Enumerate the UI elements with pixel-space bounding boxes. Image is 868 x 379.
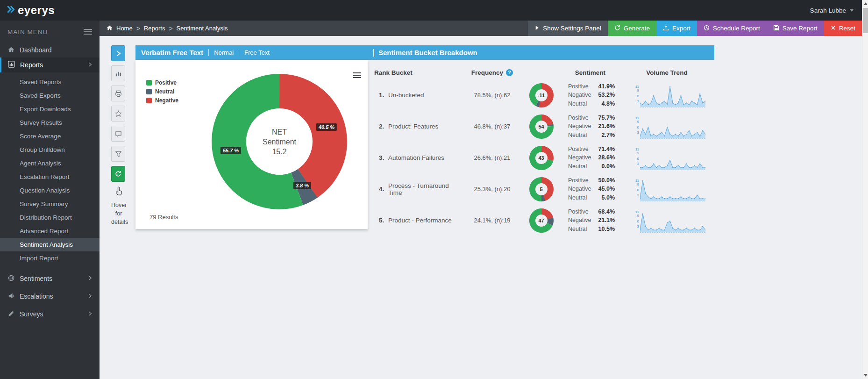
- sidebar-item-dashboard[interactable]: Dashboard: [0, 43, 100, 57]
- reset-button[interactable]: Reset: [824, 21, 862, 36]
- chevron-right-icon: [534, 25, 540, 32]
- donut-slice-label: 40.5 %: [316, 123, 337, 131]
- sidebar-item-sentiment-analysis[interactable]: Sentiment Analysis: [0, 238, 100, 251]
- print-button[interactable]: [111, 86, 125, 101]
- spark-axis-tick: 3: [637, 99, 639, 103]
- user-menu[interactable]: Sarah Lubbe: [810, 7, 854, 14]
- generate-button[interactable]: Generate: [608, 21, 656, 36]
- spark-axis-tick: 3: [637, 162, 639, 166]
- sentiment-negative-value: 21.6%: [598, 122, 615, 131]
- spark-axis-tick: 6: [637, 188, 639, 192]
- bucket-frequency: 26.6%, (n):21: [463, 154, 521, 161]
- breadcrumb: Home > Reports > Sentiment Analysis: [107, 25, 228, 32]
- help-icon[interactable]: ?: [506, 69, 513, 76]
- sentiment-positive-value: 41.9%: [598, 82, 615, 91]
- sidebar-item-survey-summary[interactable]: Survey Summary: [0, 197, 100, 211]
- sidebar-item-group-drilldown[interactable]: Group Drilldown: [0, 143, 100, 157]
- column-header-sentiment: Sentiment: [561, 69, 619, 76]
- export-button[interactable]: Export: [656, 21, 697, 36]
- sentiment-positive-value: 68.4%: [598, 207, 615, 216]
- sidebar-item-sentiments[interactable]: Sentiments: [0, 270, 100, 287]
- bucket-net-donut[interactable]: 54: [529, 114, 554, 139]
- legend-item-negative[interactable]: Negative: [146, 97, 178, 104]
- bucket-rank: 3.: [374, 154, 388, 161]
- bucket-net-donut[interactable]: 43: [529, 146, 554, 170]
- spark-axis-tick: 9: [637, 151, 639, 155]
- bucket-row: 5.Product - Performance24.1%, (n):1947Po…: [374, 205, 714, 236]
- header-divider: [208, 49, 209, 56]
- star-icon: [115, 110, 122, 117]
- legend-item-positive[interactable]: Positive: [146, 79, 178, 86]
- sentiment-positive-value: 50.0%: [598, 176, 615, 185]
- column-header-rank-bucket: Rank Bucket: [374, 69, 463, 76]
- refresh-icon: [115, 171, 121, 177]
- bucket-net-donut[interactable]: 5: [529, 177, 554, 201]
- schedule-report-button[interactable]: Schedule Report: [697, 21, 767, 36]
- sidebar-item-export-downloads[interactable]: Export Downloads: [0, 102, 100, 116]
- scroll-down-icon[interactable]: [864, 374, 868, 377]
- sidebar-item-saved-exports[interactable]: Saved Exports: [0, 89, 100, 102]
- spark-axis-tick: 9: [637, 182, 639, 186]
- bar-chart-icon: [115, 70, 122, 77]
- bucket-net-donut[interactable]: 47: [529, 208, 554, 233]
- sidebar-item-advanced-report[interactable]: Advanced Report: [0, 224, 100, 238]
- chart-menu-icon[interactable]: [353, 71, 361, 79]
- sidebar-item-label: Surveys: [20, 310, 43, 318]
- sidebar-item-reports[interactable]: Reports: [0, 57, 100, 72]
- sidebar-item-question-analysis[interactable]: Question Analysis: [0, 184, 100, 197]
- breadcrumb-home[interactable]: Home: [116, 25, 133, 32]
- volume-trend-sparkline: [640, 208, 705, 233]
- bucket-volume-trend[interactable]: 11963: [633, 146, 714, 170]
- sidebar-item-surveys[interactable]: Surveys: [0, 305, 100, 323]
- bucket-row: 2.Product: Features46.8%, (n):3754Positi…: [374, 111, 714, 142]
- bucket-frequency: 24.1%, (n):19: [463, 217, 521, 224]
- page-scrollbar[interactable]: [862, 0, 868, 379]
- sidebar-item-score-average[interactable]: Score Average: [0, 129, 100, 143]
- breadcrumb-reports[interactable]: Reports: [144, 25, 165, 32]
- bucket-volume-trend[interactable]: 11963: [633, 177, 714, 201]
- chevron-right-icon: [115, 50, 121, 57]
- bucket-net-donut[interactable]: -11: [529, 83, 554, 107]
- sidebar-item-survey-results[interactable]: Survey Results: [0, 116, 100, 129]
- sidebar-item-escalations[interactable]: Escalations: [0, 287, 100, 305]
- favorite-button[interactable]: [111, 106, 125, 122]
- button-label: Show Settings Panel: [543, 25, 601, 32]
- comment-icon: [115, 130, 122, 137]
- tab-free-text[interactable]: Free Text: [244, 49, 270, 56]
- sidebar-item-import-report[interactable]: Import Report: [0, 251, 100, 265]
- close-icon: [831, 25, 836, 32]
- scrollbar-thumb[interactable]: [863, 8, 868, 33]
- bucket-volume-trend[interactable]: 11963: [633, 208, 714, 233]
- button-label: Schedule Report: [713, 25, 760, 32]
- tab-normal[interactable]: Normal: [214, 49, 234, 56]
- filter-icon: [115, 150, 122, 157]
- pointer-hand-icon: [111, 186, 126, 198]
- spark-axis-tick: 6: [637, 219, 639, 223]
- bucket-rank: 4.: [374, 186, 388, 193]
- net-sentiment-donut[interactable]: NET Sentiment 15.2 40.5 %3.8 %55.7 %: [212, 74, 347, 209]
- comments-button[interactable]: [111, 126, 125, 142]
- sentiment-label: Positive: [568, 207, 589, 216]
- show-settings-panel-button[interactable]: Show Settings Panel: [528, 21, 608, 36]
- refresh-button[interactable]: [111, 166, 125, 182]
- bucket-volume-trend[interactable]: 11963: [633, 114, 714, 139]
- sidebar-item-saved-reports[interactable]: Saved Reports: [0, 75, 100, 89]
- expand-settings-button[interactable]: [111, 45, 125, 61]
- filter-button[interactable]: [111, 146, 125, 162]
- breakdown-panel-header: Sentiment Bucket Breakdown: [368, 45, 714, 60]
- bucket-sentiment: Positive50.0%Negative45.0%Neutral5.0%: [561, 176, 619, 202]
- bucket-rank: 1.: [374, 92, 388, 99]
- chart-view-button[interactable]: [111, 65, 125, 81]
- sidebar-item-escalation-report[interactable]: Escalation Report: [0, 170, 100, 184]
- bucket-volume-trend[interactable]: 11963: [633, 83, 714, 107]
- spark-axis-tick: 9: [637, 120, 639, 124]
- legend-item-neutral[interactable]: Neutral: [146, 88, 178, 95]
- save-report-button[interactable]: Save Report: [767, 21, 824, 36]
- sidebar-item-agent-analysis[interactable]: Agent Analysis: [0, 157, 100, 170]
- chevron-right-icon: [87, 310, 93, 318]
- sidebar-collapse-icon[interactable]: [84, 28, 92, 36]
- app-logo[interactable]: eyerys: [7, 4, 55, 17]
- scroll-up-icon[interactable]: [864, 2, 868, 5]
- sidebar-item-distribution-report[interactable]: Distribution Report: [0, 211, 100, 224]
- bucket-row: 4.Process - Turnaround Time25.3%, (n):20…: [374, 173, 714, 205]
